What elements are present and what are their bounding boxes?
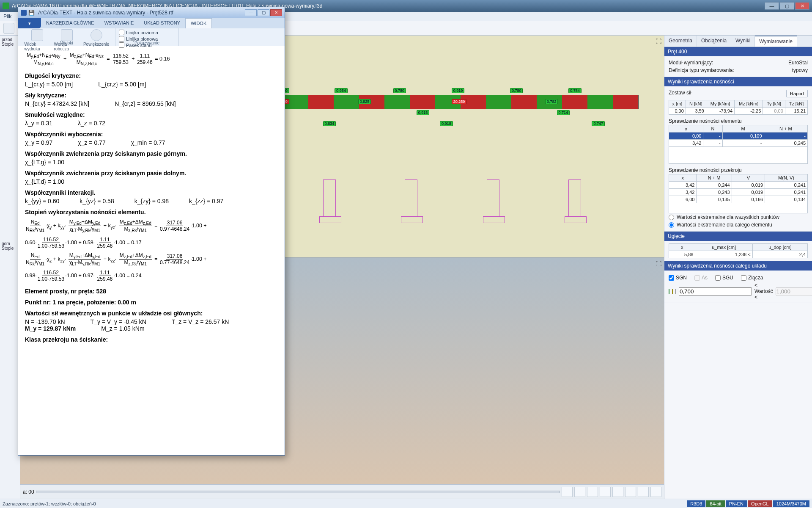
status-badge: PN-EN [726,500,747,507]
ribbon-group-label: Pokazywanie [115,41,178,45]
ribbon-tab-view[interactable]: WIDOK [185,18,212,28]
right-panel: Geometria Obciążenia Wyniki Wymiarowanie… [664,36,812,499]
ratio-tag: 0,747 [592,121,605,126]
child-close[interactable]: ✕ [270,9,282,16]
footer-button[interactable] [625,487,636,497]
equation: My,Ed+NEd·eNyMN,y,Rd,c + Mz,Ed+NEd·eNzMN… [25,50,278,68]
heading: Klasa przekroju na ściskanie: [25,336,278,343]
threshold-min[interactable] [679,287,752,295]
status-selection: Zaznaczono: prętów-1; węzłów-0; obciążeń… [3,501,96,506]
ribbon-group-label: Widoki [18,41,115,45]
ribbon-tab-insert[interactable]: WSTAWIANIE [99,18,139,28]
ratio-tag: 0,784 [568,88,582,93]
bar-title: Pręt 400 [664,47,812,56]
forces-table: x [m]N [kN]My [kNm] Mz [kNm]Ty [kN]Tz [k… [669,100,808,115]
table-row: 3,420,2440,0190,241 [669,182,808,189]
deftype-label: Definicja typu wymiarowania: [669,67,734,73]
chk-sgu[interactable] [715,275,721,281]
viewport-footer: a: 00 [20,484,664,499]
heading: Współczynnik zwichrzenia przy ściskanym … [25,170,278,177]
table-row: 0,00-0,109- [669,133,808,140]
tab-results[interactable]: Wyniki [731,36,755,47]
forces-label: Zestaw sił [669,90,691,97]
section-table[interactable]: xN + MVM(N, V) 3,420,2440,0190,241 3,420… [669,174,808,213]
child-titlebar[interactable]: 💾 ArCADia-TEXT - Hala z suwnica-nowa-wym… [18,7,285,18]
time-slider[interactable] [36,491,560,493]
maximize-button[interactable]: ▢ [780,2,794,10]
ratio-tag: 0,919 [452,88,465,93]
module-value: EuroStal [788,60,808,66]
legend-white [675,289,676,294]
app-icon [3,3,9,9]
minimize-button[interactable]: — [765,2,779,10]
left-strip-top: przód Stopie [2,37,18,47]
chk-joints[interactable] [741,275,746,281]
deftype-value: typowy [792,67,808,73]
document-body[interactable]: My,Ed+NEd·eNyMN,y,Rd,c + Mz,Ed+NEd·eNzMN… [18,46,285,455]
heading: Wartości sił wewnętrznych w punkcie w uk… [25,310,278,317]
heading: Współczynniki interakcji. [25,189,278,196]
text-editor-window: 💾 ArCADia-TEXT - Hala z suwnica-nowa-wym… [18,7,285,456]
menu-file[interactable]: Plik [3,14,11,19]
radio-all-points[interactable] [669,215,674,220]
equation: NEdNRk/γM1·χz + kzy· My,Ed+ΔMy,EdχLT·My,… [25,251,278,268]
legend-green [669,289,669,294]
element-table[interactable]: xNMN + M 0,00-0,109- 3,42--0,245 [669,125,808,164]
heading: Siły krytyczne: [25,92,278,99]
legend-yellow [672,289,673,294]
heading: Współczynniki wyboczenia: [25,131,278,138]
chk-as [694,275,700,281]
status-badge: 64-bit [706,500,725,507]
elem-label: Sprawdzenie nośności elementu [669,118,808,124]
ratio-tag: 0,782 [545,99,558,104]
chk-sgn[interactable] [669,275,674,281]
expand-icon[interactable]: ⛶ [656,260,661,267]
heading: Stopień wykorzystania nośności elementu. [25,209,278,215]
footer-button[interactable] [562,487,573,497]
toolbar-button[interactable] [3,23,14,34]
child-maximize[interactable]: ▢ [258,9,269,16]
module-label: Moduł wymiarujący: [669,60,713,66]
heading: Element prosty, nr pręta: 528 [25,288,278,295]
ribbon-tab-home[interactable]: NARZĘDZIA GŁÓWNE [41,18,99,28]
status-badge: R3D3 [687,500,705,507]
equation: 0.60·116.521.00·759.53·1.00 + 0.58· 1.11… [25,235,278,251]
status-badge: 1024M/3470M [773,500,809,507]
close-button[interactable]: ✕ [795,2,809,10]
panel-tabs: Geometria Obciążenia Wyniki Wymiarowanie [664,36,812,47]
print-view-button[interactable]: Widok wydruku [25,29,50,51]
table-row: 3,42--0,245 [669,140,808,147]
footer-button[interactable] [587,487,598,497]
footer-button[interactable] [638,487,649,497]
draft-view-button[interactable]: Wersja robocza [54,29,80,51]
tab-geometry[interactable]: Geometria [664,36,697,47]
child-title: ArCADia-TEXT - Hala z suwnica-nowa-wymia… [38,10,173,16]
expand-icon[interactable]: ⛶ [656,38,661,45]
footer-button[interactable] [574,487,585,497]
ratio-tag: 0,825 [358,99,371,104]
section-capacity: Wyniki sprawdzenia nośności [664,77,812,86]
statusbar: Zaznaczono: prętów-1; węzłów-0; obciążeń… [0,499,812,508]
radio-whole-element[interactable] [669,222,674,228]
footer-button[interactable] [600,487,611,497]
tab-loads[interactable]: Obciążenia [697,36,731,47]
ratio-tag: 0,918 [440,121,453,126]
chk-hruler[interactable] [119,30,124,35]
section-deflection: Ugięcie [664,232,812,241]
left-strip: przód Stopie góra Stopie [0,36,20,499]
left-strip-bottom: góra Stopie [2,241,18,251]
heading: Smukłości względne: [25,111,278,118]
equation: 0.98·116.521.00·759.53·1.00 + 0.97· 1.11… [25,268,278,284]
ratio-tag: 0,916 [417,110,430,115]
footer-button[interactable] [650,487,661,497]
ribbon-tab-layout[interactable]: UKŁAD STRONY [139,18,185,28]
ratio-tag: 0,780 [393,88,406,93]
sect-label: Sprawdzenie nośności przekroju [669,167,808,173]
tab-design[interactable]: Wymiarowanie [755,36,797,47]
status-badge: OpenGL [748,500,772,507]
child-minimize[interactable]: — [245,9,257,16]
ratio-tag: 0,954 [335,88,348,93]
report-button[interactable]: Raport [786,90,808,97]
footer-button[interactable] [612,487,623,497]
child-orb[interactable]: ▾ [18,18,41,28]
